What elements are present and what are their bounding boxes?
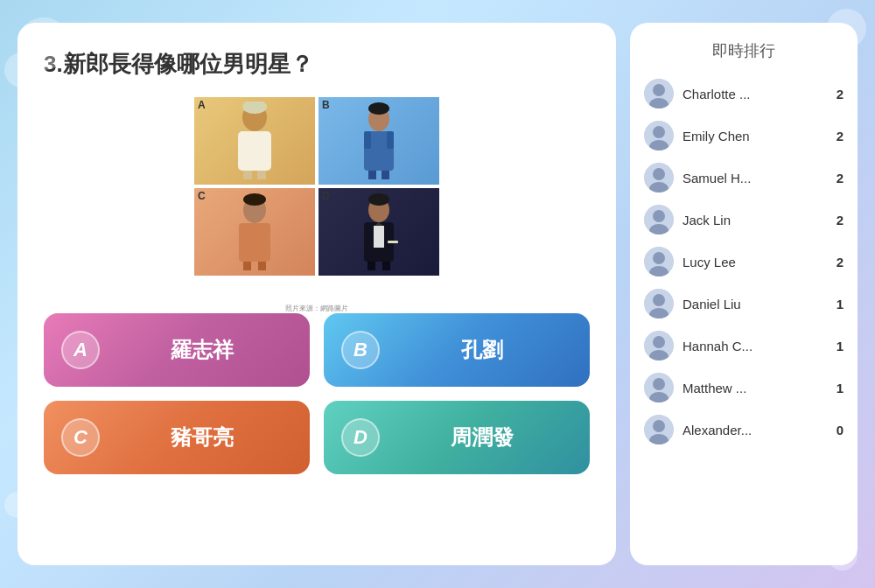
svg-rect-24 — [388, 241, 398, 243]
svg-rect-15 — [258, 262, 266, 270]
answer-badge-c: C — [61, 418, 100, 457]
svg-rect-19 — [368, 262, 375, 270]
ranking-name-4: Jack Lin — [682, 213, 817, 228]
image-b: B — [318, 97, 439, 185]
image-b-label: B — [322, 99, 330, 111]
svg-point-16 — [243, 193, 266, 206]
ranking-name-6: Daniel Liu — [682, 297, 817, 312]
svg-point-44 — [653, 336, 665, 348]
avatar-8 — [644, 373, 674, 402]
ranking-name-9: Alexander... — [682, 423, 817, 438]
ranking-name-7: Hannah C... — [682, 339, 817, 354]
ranking-row-9: Alexander... 0 — [644, 411, 844, 448]
ranking-score-9: 0 — [826, 423, 844, 438]
ranking-name-8: Matthew ... — [682, 381, 817, 396]
svg-point-41 — [653, 294, 665, 306]
question-panel: 3.新郎長得像哪位男明星？ A B — [18, 23, 616, 565]
answer-text-a: 羅志祥 — [112, 336, 292, 364]
image-caption: 照片來源：網路圖片 — [285, 304, 348, 313]
avatar-3 — [644, 163, 674, 192]
svg-point-23 — [368, 193, 389, 206]
answer-badge-d: D — [341, 418, 380, 457]
answer-badge-a: A — [61, 331, 100, 369]
answer-button-c[interactable]: C 豬哥亮 — [44, 401, 310, 474]
ranking-row-8: Matthew ... 1 — [644, 369, 844, 406]
ranking-row-3: Samuel H... 2 — [644, 159, 844, 196]
image-c: C — [194, 188, 315, 276]
svg-rect-7 — [368, 171, 376, 179]
avatar-1 — [644, 79, 674, 108]
svg-point-32 — [653, 168, 665, 180]
avatar-5 — [644, 247, 674, 276]
image-d: D — [318, 188, 439, 276]
svg-point-11 — [368, 102, 389, 115]
ranking-row-6: Daniel Liu 1 — [644, 285, 844, 322]
avatar-6 — [644, 289, 674, 318]
svg-point-50 — [653, 420, 665, 432]
svg-point-29 — [653, 126, 665, 138]
image-grid: A B — [194, 97, 439, 276]
ranking-row-4: Jack Lin 2 — [644, 201, 844, 238]
answer-button-d[interactable]: D 周潤發 — [324, 401, 590, 474]
ranking-row-2: Emily Chen 2 — [644, 117, 844, 154]
svg-rect-9 — [364, 131, 371, 149]
avatar-2 — [644, 121, 674, 150]
answer-text-c: 豬哥亮 — [112, 424, 292, 452]
ranking-score-6: 1 — [826, 297, 844, 312]
svg-rect-22 — [374, 226, 384, 248]
main-container: 3.新郎長得像哪位男明星？ A B — [18, 23, 858, 565]
ranking-row-7: Hannah C... 1 — [644, 327, 844, 364]
svg-rect-3 — [257, 171, 266, 179]
avatar-7 — [644, 331, 674, 360]
svg-rect-14 — [243, 262, 251, 270]
question-title: 3.新郎長得像哪位男明星？ — [44, 49, 313, 80]
image-d-label: D — [322, 190, 330, 202]
ranking-score-2: 2 — [826, 129, 844, 144]
svg-rect-20 — [382, 262, 390, 270]
image-a-label: A — [198, 99, 206, 111]
ranking-title: 即時排行 — [644, 40, 844, 61]
ranking-name-2: Emily Chen — [682, 129, 817, 144]
answer-grid: A 羅志祥 B 孔劉 C 豬哥亮 D 周潤發 — [44, 313, 590, 474]
ranking-row-5: Lucy Lee 2 — [644, 243, 844, 280]
svg-rect-2 — [243, 171, 252, 179]
answer-button-b[interactable]: B 孔劉 — [324, 313, 590, 387]
ranking-score-4: 2 — [826, 213, 844, 228]
ranking-name-1: Charlotte ... — [682, 87, 817, 102]
person-a-svg — [224, 102, 285, 180]
ranking-score-1: 2 — [826, 87, 844, 102]
person-c-svg — [224, 192, 285, 271]
answer-text-d: 周潤發 — [392, 424, 572, 452]
answer-badge-b: B — [341, 331, 380, 369]
person-b-svg — [348, 102, 410, 180]
svg-rect-10 — [387, 131, 394, 149]
ranking-name-3: Samuel H... — [682, 171, 817, 186]
svg-point-38 — [653, 252, 665, 264]
ranking-score-5: 2 — [826, 255, 844, 270]
svg-point-26 — [653, 84, 665, 96]
ranking-panel: 即時排行 Charlotte ... 2 Emily Chen 2 Samuel… — [630, 23, 858, 565]
ranking-score-7: 1 — [826, 339, 844, 354]
ranking-row-1: Charlotte ... 2 — [644, 75, 844, 112]
ranking-name-5: Lucy Lee — [682, 255, 817, 270]
svg-rect-1 — [238, 131, 271, 171]
image-c-label: C — [198, 190, 206, 202]
avatar-9 — [644, 415, 674, 444]
svg-point-35 — [653, 210, 665, 222]
answer-button-a[interactable]: A 羅志祥 — [44, 313, 310, 387]
image-a: A — [194, 97, 315, 185]
ranking-score-3: 2 — [826, 171, 844, 186]
ranking-score-8: 1 — [826, 381, 844, 396]
svg-point-47 — [653, 378, 665, 390]
svg-rect-13 — [239, 223, 270, 262]
person-d-svg — [348, 192, 410, 271]
avatar-4 — [644, 205, 674, 234]
answer-text-b: 孔劉 — [392, 336, 572, 364]
svg-rect-8 — [382, 171, 389, 179]
